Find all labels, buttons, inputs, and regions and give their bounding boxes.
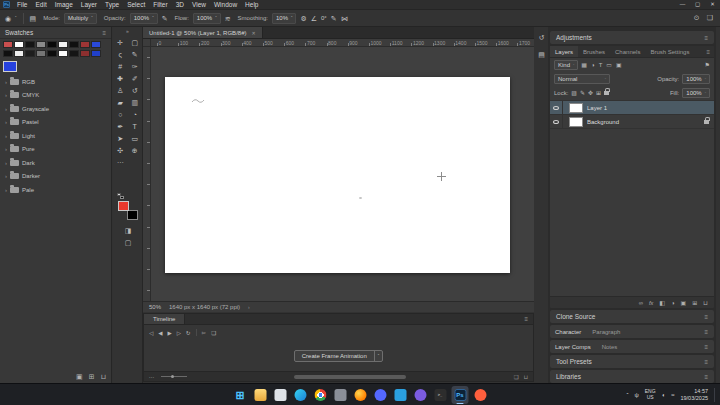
- swatch[interactable]: [91, 50, 101, 57]
- document-tab[interactable]: Untitled-1 @ 50% (Layer 1, RGB/8#) ✕: [143, 27, 263, 38]
- minimize-button[interactable]: —: [675, 0, 690, 9]
- history-brush-tool[interactable]: ↺: [128, 85, 141, 96]
- zoom-level[interactable]: 50%: [149, 304, 161, 310]
- screen-mode-icon[interactable]: ▢: [113, 239, 143, 247]
- swatch[interactable]: [80, 41, 90, 48]
- panel-menu-icon[interactable]: ≡: [102, 30, 106, 36]
- menu-view[interactable]: View: [188, 1, 210, 8]
- tab-layer-comps[interactable]: Layer Comps: [550, 344, 596, 350]
- new-swatch-icon[interactable]: ⊞: [89, 373, 95, 381]
- prev-frame-icon[interactable]: ◀: [158, 330, 162, 336]
- tab-brushes[interactable]: Brushes: [578, 46, 610, 57]
- layer-opacity-select[interactable]: 100% ˇ: [682, 74, 710, 84]
- layer-thumbnail[interactable]: [569, 103, 583, 113]
- swatch[interactable]: [25, 41, 35, 48]
- healing-tool[interactable]: ✚: [114, 73, 127, 84]
- menu-filter[interactable]: Filter: [149, 1, 171, 8]
- panel-menu-icon[interactable]: ≡: [704, 329, 714, 335]
- background-color-swatch[interactable]: [127, 210, 138, 220]
- filter-shape-layers-icon[interactable]: ▭: [606, 62, 612, 68]
- flow-select[interactable]: 100% ˇ: [193, 13, 221, 24]
- maximize-button[interactable]: ▢: [690, 0, 705, 9]
- network-icon[interactable]: ≈: [671, 392, 674, 398]
- microphone-icon[interactable]: ψ: [634, 392, 638, 398]
- brush-tool[interactable]: ✐: [128, 73, 141, 84]
- swatch[interactable]: [80, 50, 90, 57]
- delete-frame-icon[interactable]: ⊔: [524, 374, 528, 380]
- swatch[interactable]: [47, 50, 57, 57]
- tab-brush-settings[interactable]: Brush Settings: [645, 46, 694, 57]
- filter-toggle-icon[interactable]: ⚑: [705, 62, 710, 68]
- pen-pressure-size-icon[interactable]: ✎: [331, 15, 337, 22]
- airbrush-icon[interactable]: ≋: [225, 15, 231, 22]
- swatch[interactable]: [36, 50, 46, 57]
- history-panel-icon[interactable]: ↺: [539, 34, 545, 42]
- swatch[interactable]: [25, 50, 35, 57]
- firefox-icon[interactable]: [352, 386, 369, 404]
- smoothing-select[interactable]: 10% ˇ: [272, 13, 297, 24]
- blend-mode-select[interactable]: Normal ˇ: [554, 74, 610, 84]
- timeline-zoom-slider[interactable]: [161, 376, 187, 377]
- duplicate-frame-icon[interactable]: ❏: [211, 330, 216, 336]
- layer-thumbnail[interactable]: [569, 117, 583, 127]
- show-desktop-button[interactable]: [714, 388, 716, 402]
- move-tool[interactable]: ✛: [114, 37, 127, 48]
- brush-preset-caret-icon[interactable]: ˇ: [15, 16, 17, 21]
- filter-adjustment-layers-icon[interactable]: ◑: [591, 62, 595, 68]
- menu-image[interactable]: Image: [51, 1, 77, 8]
- play-icon[interactable]: ▶: [167, 330, 171, 336]
- swatch[interactable]: [3, 41, 13, 48]
- tab-layers[interactable]: Layers: [550, 46, 578, 57]
- shape-tool[interactable]: ▭: [128, 133, 141, 144]
- swatch-group-darker[interactable]: ›Darker: [0, 170, 111, 184]
- menu-edit[interactable]: Edit: [31, 1, 50, 8]
- clock[interactable]: 14:57 19/03/2025: [680, 388, 708, 402]
- panel-menu-icon[interactable]: ≡: [706, 49, 714, 55]
- brush-angle-icon[interactable]: ∠: [311, 15, 317, 22]
- filter-pixel-layers-icon[interactable]: ▦: [581, 62, 587, 68]
- light-app-icon[interactable]: [272, 386, 289, 404]
- search-icon[interactable]: ⊙: [694, 14, 700, 22]
- mode-select[interactable]: Multiply ˇ: [64, 13, 97, 24]
- swatch-group-dark[interactable]: ›Dark: [0, 156, 111, 170]
- swatch[interactable]: [36, 41, 46, 48]
- swatch-group-pure[interactable]: ›Pure: [0, 143, 111, 157]
- edge-icon[interactable]: [292, 386, 309, 404]
- quick-mask-mode-icon[interactable]: ◨: [113, 227, 143, 235]
- tab-channels[interactable]: Channels: [610, 46, 645, 57]
- menu-help[interactable]: Help: [241, 1, 262, 8]
- swatch-group-light[interactable]: ›Light: [0, 129, 111, 143]
- kind-select[interactable]: Kind ˇ: [554, 60, 578, 70]
- panel-menu-icon[interactable]: ≡: [524, 316, 533, 322]
- opacity-select[interactable]: 100% ˇ: [130, 13, 158, 24]
- visibility-cell[interactable]: [550, 115, 563, 128]
- gradient-tool[interactable]: ▥: [128, 97, 141, 108]
- swatch[interactable]: [69, 50, 79, 57]
- panel-menu-icon[interactable]: ≡: [704, 359, 708, 365]
- delete-swatch-icon[interactable]: ⊔: [101, 373, 106, 381]
- path-select-tool[interactable]: ➤: [114, 133, 127, 144]
- symmetry-icon[interactable]: ⋈: [341, 15, 348, 22]
- menu-layer[interactable]: Layer: [77, 1, 101, 8]
- tab-character[interactable]: Character: [550, 329, 586, 335]
- filter-smart-objects-icon[interactable]: ▣: [616, 62, 622, 68]
- chevron-down-icon[interactable]: ˇ: [374, 351, 383, 361]
- create-frame-animation-button[interactable]: Create Frame Animation ˇ: [294, 350, 384, 362]
- file-explorer-icon[interactable]: [252, 386, 269, 404]
- menu-type[interactable]: Type: [101, 1, 123, 8]
- panel-menu-icon[interactable]: ≡: [704, 344, 714, 350]
- language-indicator[interactable]: ENG US: [645, 389, 656, 401]
- tab-notes[interactable]: Notes: [596, 344, 624, 350]
- panel-menu-icon[interactable]: ≡: [704, 35, 708, 41]
- lock-transparent-icon[interactable]: ▨: [571, 90, 577, 96]
- layer-row-background[interactable]: Background: [550, 115, 714, 129]
- swatch-group-rgb[interactable]: ›RGB: [0, 75, 111, 89]
- eyedropper-tool[interactable]: ✑: [128, 61, 141, 72]
- zoom-tool[interactable]: ⊕: [128, 145, 141, 156]
- swatch-group-cmyk[interactable]: ›CMYK: [0, 89, 111, 103]
- lock-position-icon[interactable]: ✥: [588, 90, 593, 96]
- menu-select[interactable]: Select: [123, 1, 149, 8]
- default-colors-icon[interactable]: [117, 193, 124, 199]
- timeline-tab[interactable]: Timeline: [144, 314, 185, 324]
- terminal-icon[interactable]: >_: [432, 386, 449, 404]
